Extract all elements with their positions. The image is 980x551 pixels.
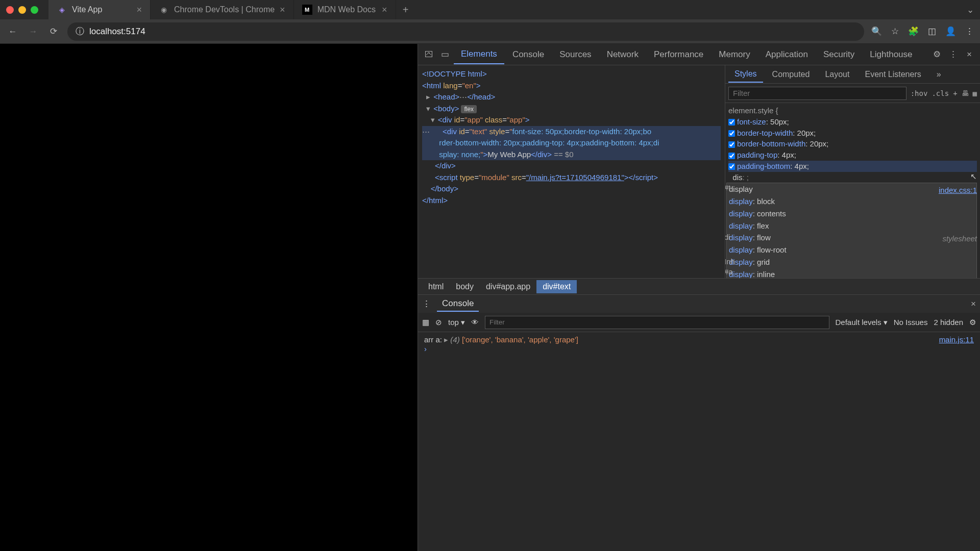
crumb-app[interactable]: div#app.app (480, 280, 536, 293)
typing-prop[interactable]: dis (732, 173, 742, 182)
console-toolbar: ▦ ⊘ top ▾ 👁 Default levels ▾ No Issues 2… (418, 313, 980, 332)
computed-panel-icon[interactable]: ▦ (973, 89, 977, 97)
subtab-styles[interactable]: Styles (728, 66, 763, 83)
autocomplete-item[interactable]: display: block (727, 195, 976, 208)
autocomplete-item[interactable]: display: inline (727, 268, 976, 279)
settings-icon[interactable]: ⚙ (929, 47, 944, 62)
console-output[interactable]: arr a: ▸ (4) ['orange', 'banana', 'apple… (418, 332, 980, 551)
close-drawer-icon[interactable]: × (971, 299, 976, 309)
site-info-icon[interactable]: ⓘ (76, 26, 84, 37)
tab-sources[interactable]: Sources (552, 45, 598, 64)
sidebar-toggle-icon[interactable]: ▦ (422, 318, 429, 327)
cls-toggle[interactable]: .cls (932, 89, 949, 97)
url-text: localhost:5174 (89, 27, 145, 37)
reload-button[interactable]: ⟳ (47, 25, 60, 38)
tab-lighthouse[interactable]: Lighthouse (863, 45, 919, 64)
new-style-rule-icon[interactable]: + (953, 89, 957, 97)
array-length: (4) (450, 335, 459, 344)
prop-checkbox[interactable] (728, 130, 735, 137)
source-link[interactable]: main.js:11 (939, 335, 974, 344)
autocomplete-item[interactable]: display: contents (727, 208, 976, 220)
styles-filter-input[interactable] (728, 87, 906, 100)
window-controls (6, 6, 38, 14)
dom-tree[interactable]: <!DOCTYPE html> <html lang="en"> ▸<head>… (418, 65, 725, 278)
subtab-layout[interactable]: Layout (819, 67, 855, 82)
menu-icon[interactable]: ⋮ (965, 26, 974, 37)
zoom-icon[interactable]: 🔍 (871, 26, 882, 37)
console-drawer-tab[interactable]: Console (437, 296, 479, 312)
close-tab-icon[interactable]: × (280, 5, 285, 15)
more-subtabs-icon[interactable]: » (930, 67, 947, 82)
close-devtools-icon[interactable]: × (962, 47, 977, 62)
address-bar: ← → ⟳ ⓘ localhost:5174 🔍 ☆ 🧩 ◫ 👤 ⋮ (0, 19, 980, 44)
autocomplete-item[interactable]: display: flow (727, 232, 976, 244)
device-toolbar-icon[interactable]: ▭ (437, 47, 453, 62)
tab-elements[interactable]: Elements (454, 45, 504, 64)
crumb-text[interactable]: div#text (536, 280, 577, 293)
autocomplete-item[interactable]: display: grid (727, 256, 976, 268)
subtab-event-listeners[interactable]: Event Listeners (859, 67, 927, 82)
selected-dom-node[interactable]: ⋯ <div id="text" style="font-size: 50px;… (422, 126, 721, 138)
bookmark-icon[interactable]: ☆ (891, 26, 899, 37)
print-icon[interactable]: 🖶 (962, 89, 969, 97)
tab-title: Vite App (72, 5, 102, 14)
prop-checkbox[interactable] (728, 163, 735, 170)
more-icon[interactable]: ⋮ (422, 298, 431, 309)
settings-icon[interactable]: ⚙ (969, 318, 976, 327)
mouse-cursor-icon: ↖ (970, 171, 977, 182)
doctype-node: <!DOCTYPE html> (422, 69, 487, 78)
tab-application[interactable]: Application (758, 45, 815, 64)
tab-console[interactable]: Console (505, 45, 551, 64)
context-dropdown[interactable]: top ▾ (448, 318, 465, 327)
tab-security[interactable]: Security (816, 45, 862, 64)
new-tab-button[interactable]: + (396, 0, 415, 19)
autocomplete-item[interactable]: display: flow-root (727, 244, 976, 256)
extensions-icon[interactable]: 🧩 (908, 26, 919, 37)
more-icon[interactable]: ⋮ (945, 47, 961, 62)
chrome-favicon-icon: ◉ (159, 5, 169, 15)
array-values: ['orange', 'banana', 'apple', 'grape'] (462, 335, 578, 344)
breadcrumb: html body div#app.app div#text (418, 278, 980, 294)
stylesheet-label: stylesheet (942, 233, 977, 244)
close-window-icon[interactable] (6, 6, 14, 14)
hov-toggle[interactable]: :hov (911, 89, 928, 97)
chevron-down-icon[interactable]: ⌄ (967, 5, 974, 15)
tab-mdn[interactable]: M MDN Web Docs × (294, 0, 396, 19)
devtools-tabs: ⮹ ▭ Elements Console Sources Network Per… (418, 44, 980, 65)
tab-performance[interactable]: Performance (647, 45, 710, 64)
log-levels-dropdown[interactable]: Default levels ▾ (836, 318, 888, 327)
console-drawer-header: ⋮ Console × (418, 294, 980, 313)
tab-memory[interactable]: Memory (712, 45, 757, 64)
prop-checkbox[interactable] (728, 141, 735, 148)
minimize-window-icon[interactable] (18, 6, 26, 14)
inspect-element-icon[interactable]: ⮹ (421, 47, 436, 62)
close-tab-icon[interactable]: × (382, 5, 387, 15)
issues-badge[interactable]: No Issues (894, 318, 928, 327)
prop-checkbox[interactable] (728, 119, 735, 126)
prop-checkbox[interactable] (728, 153, 735, 159)
autocomplete-dropdown[interactable]: displaydisplay: blockdisplay: contentsdi… (726, 183, 977, 278)
back-button[interactable]: ← (6, 25, 19, 38)
source-link[interactable]: index.css:1 (939, 185, 977, 196)
clear-console-icon[interactable]: ⊘ (435, 318, 442, 327)
forward-button[interactable]: → (27, 25, 40, 38)
autocomplete-item[interactable]: display: flex (727, 220, 976, 232)
maximize-window-icon[interactable] (31, 6, 38, 14)
subtab-computed[interactable]: Computed (766, 67, 816, 82)
element-style-selector: element.style { (728, 106, 778, 115)
console-filter-input[interactable] (485, 316, 829, 329)
crumb-body[interactable]: body (450, 280, 480, 293)
styles-rules[interactable]: element.style { font-size: 50px; border-… (725, 103, 980, 278)
live-expression-icon[interactable]: 👁 (471, 318, 479, 327)
url-input[interactable]: ⓘ localhost:5174 (67, 22, 864, 41)
tab-network[interactable]: Network (600, 45, 646, 64)
side-panel-icon[interactable]: ◫ (928, 26, 936, 37)
tab-title: Chrome DevTools | Chrome (174, 5, 275, 14)
profile-icon[interactable]: 👤 (945, 26, 956, 37)
browser-tabs: ◈ Vite App × ◉ Chrome DevTools | Chrome … (48, 0, 415, 19)
tab-devtools-docs[interactable]: ◉ Chrome DevTools | Chrome × (151, 0, 294, 19)
tab-vite-app[interactable]: ◈ Vite App × (48, 0, 151, 19)
close-tab-icon[interactable]: × (136, 5, 142, 15)
crumb-html[interactable]: html (422, 280, 450, 293)
mdn-favicon-icon: M (302, 5, 312, 15)
